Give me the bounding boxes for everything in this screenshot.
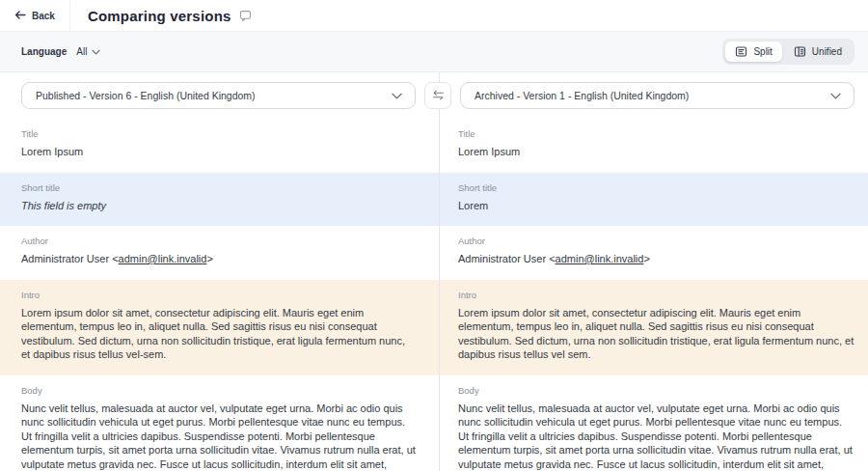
field-label: Intro [458, 290, 854, 300]
field-label: Body [21, 385, 416, 396]
text-segment: > [643, 253, 649, 264]
back-label: Back [32, 11, 55, 21]
field-value: Lorem [458, 199, 854, 213]
toolbar: Language All Split [0, 32, 868, 72]
field-cell-left: TitleLorem Ipsum [0, 119, 439, 173]
field-row-body: BodyNunc velit tellus, malesuada at auct… [0, 375, 868, 471]
field-cell-right: Short titleLorem [439, 173, 868, 227]
field-cell-right: TitleLorem Ipsum [439, 119, 868, 173]
field-label: Title [21, 128, 416, 139]
unified-view-label: Unified [812, 46, 842, 57]
field-label: Short title [458, 182, 854, 193]
chevron-down-icon [392, 93, 402, 99]
header: Back Comparing versions [0, 0, 868, 32]
field-value: Administrator User <admin@link.invalid> [21, 252, 416, 266]
comparison-rows: TitleLorem IpsumTitleLorem IpsumShort ti… [0, 119, 868, 471]
comparing-versions-page: Back Comparing versions Language All [0, 0, 868, 471]
chevron-down-icon [830, 93, 841, 99]
left-version-value: Published - Version 6 - English (United … [36, 90, 256, 101]
right-version-value: Archived - Version 1 - English (United K… [475, 90, 689, 101]
swap-horizontal-icon [432, 89, 445, 103]
split-view-label: Split [753, 46, 772, 57]
field-label: Intro [21, 290, 416, 300]
field-cell-left: IntroLorem ipsum dolor sit amet, consect… [0, 280, 439, 375]
field-row-author: AuthorAdministrator User <admin@link.inv… [0, 226, 868, 280]
swap-versions-button[interactable] [424, 82, 451, 109]
field-label: Author [21, 236, 416, 246]
text-segment: Administrator User < [458, 253, 556, 264]
field-value: Lorem Ipsum [458, 145, 854, 159]
arrow-left-icon [14, 10, 26, 22]
field-row-short-title: Short titleThis field is emptyShort titl… [0, 173, 868, 227]
author-email-link[interactable]: admin@link.invalid [556, 253, 644, 264]
comparison-content: Published - Version 6 - English (United … [0, 72, 868, 471]
field-cell-right: BodyNunc velit tellus, malesuada at auct… [439, 375, 868, 471]
field-label: Title [458, 128, 854, 139]
field-row-intro: IntroLorem ipsum dolor sit amet, consect… [0, 280, 868, 375]
field-label: Body [458, 385, 854, 396]
field-label: Author [458, 236, 854, 246]
field-cell-right: AuthorAdministrator User <admin@link.inv… [439, 226, 868, 280]
page-title: Comparing versions [88, 8, 231, 24]
comment-icon [239, 10, 252, 22]
unified-view-icon [794, 45, 806, 58]
field-row-title: TitleLorem IpsumTitleLorem Ipsum [0, 119, 868, 173]
field-value: Nunc velit tellus, malesuada at auctor v… [21, 402, 416, 471]
left-version-dropdown[interactable]: Published - Version 6 - English (United … [21, 82, 416, 109]
header-divider [69, 0, 70, 32]
language-label: Language [21, 46, 67, 57]
split-view-button[interactable]: Split [725, 42, 781, 62]
field-value: Lorem ipsum dolor sit amet, consectetur … [458, 306, 854, 362]
chevron-down-icon [92, 49, 100, 55]
field-cell-left: AuthorAdministrator User <admin@link.inv… [0, 226, 439, 280]
text-segment: Administrator User < [21, 253, 119, 264]
field-cell-left: Short titleThis field is empty [0, 173, 439, 227]
version-selector-row: Published - Version 6 - English (United … [0, 72, 868, 119]
field-value: Lorem Ipsum [21, 145, 416, 159]
unified-view-button[interactable]: Unified [784, 42, 852, 62]
right-version-dropdown[interactable]: Archived - Version 1 - English (United K… [460, 82, 854, 109]
language-dropdown[interactable]: All [76, 46, 100, 57]
text-segment: > [206, 253, 212, 264]
back-button[interactable]: Back [0, 0, 69, 31]
view-mode-toggle: Split Unified [722, 39, 854, 65]
field-value: This field is empty [21, 199, 416, 213]
split-view-icon [735, 45, 747, 58]
field-value: Lorem ipsum dolor sit amet, consectetur … [21, 306, 416, 362]
field-cell-left: BodyNunc velit tellus, malesuada at auct… [0, 375, 439, 471]
field-cell-right: IntroLorem ipsum dolor sit amet, consect… [439, 280, 868, 375]
field-value: Administrator User <admin@link.invalid> [458, 252, 854, 266]
author-email-link[interactable]: admin@link.invalid [119, 253, 207, 264]
center-divider [439, 72, 440, 471]
field-value: Nunc velit tellus, malesuada at auctor v… [458, 402, 854, 471]
field-label: Short title [21, 182, 416, 193]
language-value: All [76, 46, 87, 57]
